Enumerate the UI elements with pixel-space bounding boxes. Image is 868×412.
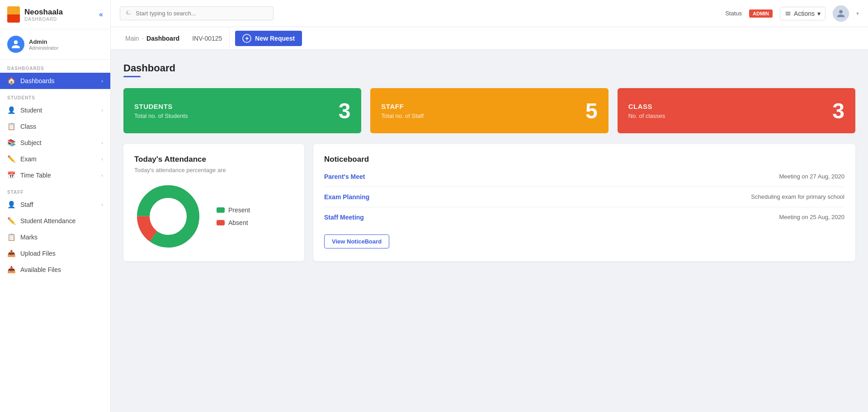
actions-button[interactable]: Actions ▾ xyxy=(780,7,826,20)
topbar-chevron-icon: ▾ xyxy=(856,10,859,17)
noticeboard-title: Noticeboard xyxy=(324,155,844,164)
sidebar: Neoshaala DASHBOARD « Admin Administrato… xyxy=(0,0,111,412)
sidebar-label-student: Student xyxy=(20,107,42,114)
chevron-right-icon: › xyxy=(101,108,103,113)
user-role: Administrator xyxy=(29,45,58,51)
present-dot xyxy=(217,207,225,213)
breadcrumb-main[interactable]: Main xyxy=(125,35,139,42)
sidebar-item-exam[interactable]: ✏️Exam› xyxy=(0,151,110,167)
breadcrumb-current: Dashboard xyxy=(146,35,179,42)
page-content: Dashboard STUDENTSTotal no. of Students3… xyxy=(111,50,868,412)
attendance-subtitle: Today's attendance percentage are xyxy=(134,167,293,173)
breadcrumb-separator: - xyxy=(142,35,144,42)
notice-row-1: Exam PlanningScheduling exam for primary… xyxy=(324,187,844,207)
sidebar-item-left-exam: ✏️Exam xyxy=(7,155,37,163)
sidebar-icon-marks: 📋 xyxy=(7,233,16,241)
search-icon xyxy=(126,9,132,17)
sidebar-item-staff[interactable]: 👤Staff› xyxy=(0,197,110,213)
sidebar-section-students: STUDENTS xyxy=(0,89,110,102)
stat-label-2: CLASS xyxy=(628,103,665,110)
stat-sublabel-2: No. of classes xyxy=(628,112,665,119)
sidebar-item-dashboards[interactable]: 🏠Dashboards› xyxy=(0,73,110,89)
notice-title-0: Parent's Meet xyxy=(324,173,387,180)
new-request-button[interactable]: + New Request xyxy=(235,31,302,46)
app-name: Neoshaala xyxy=(24,8,63,17)
sidebar-section-dashboards: DASHBOARDS xyxy=(0,60,110,73)
attendance-card: Today's Attendance Today's attendance pe… xyxy=(123,144,304,261)
stat-number-0: 3 xyxy=(339,98,351,123)
present-label: Present xyxy=(228,206,250,214)
sidebar-section-staff: STAFF xyxy=(0,183,110,197)
sidebar-icon-student-attendance: ✏️ xyxy=(7,217,16,225)
sidebar-label-available-files: Available Files xyxy=(20,266,61,273)
sidebar-icon-class: 📋 xyxy=(7,122,16,131)
chevron-right-icon: › xyxy=(101,156,103,162)
tab-invoice[interactable]: INV-00125 xyxy=(185,27,230,49)
sidebar-item-student[interactable]: 👤Student› xyxy=(0,102,110,118)
sidebar-item-left-upload-files: 📤Upload Files xyxy=(7,249,56,258)
sidebar-label-upload-files: Upload Files xyxy=(20,250,56,257)
bottom-cards: Today's Attendance Today's attendance pe… xyxy=(123,144,855,261)
avatar xyxy=(7,36,24,53)
new-request-label: New Request xyxy=(255,35,295,42)
sidebar-item-marks[interactable]: 📋Marks xyxy=(0,229,110,245)
chevron-right-icon: › xyxy=(101,78,103,84)
topbar-right: Status ADMIN Actions ▾ ▾ xyxy=(725,5,859,22)
topbar: Status ADMIN Actions ▾ ▾ xyxy=(111,0,868,27)
sidebar-item-left-available-files: 📥Available Files xyxy=(7,266,61,274)
notice-title-2: Staff Meeting xyxy=(324,214,387,221)
page-title: Dashboard xyxy=(123,62,855,74)
tabsbar: Main - Dashboard INV-00125 + New Request xyxy=(111,27,868,50)
sidebar-logo: Neoshaala DASHBOARD « xyxy=(0,0,110,29)
sidebar-item-subject[interactable]: 📚Subject› xyxy=(0,135,110,151)
sidebar-label-subject: Subject xyxy=(20,139,42,146)
sidebar-item-left-timetable: 📅Time Table xyxy=(7,171,51,179)
chevron-right-icon: › xyxy=(101,140,103,145)
sidebar-item-class[interactable]: 📋Class xyxy=(0,118,110,135)
sidebar-label-student-attendance: Student Attendance xyxy=(20,217,75,225)
actions-chevron-icon: ▾ xyxy=(817,10,821,17)
collapse-button[interactable]: « xyxy=(99,10,103,19)
main-area: Status ADMIN Actions ▾ ▾ Main - Dashboar… xyxy=(111,0,868,412)
sidebar-icon-upload-files: 📤 xyxy=(7,249,16,258)
legend-absent: Absent xyxy=(217,219,250,226)
breadcrumb: Main - Dashboard xyxy=(120,35,185,42)
stat-card-students: STUDENTSTotal no. of Students3 xyxy=(123,88,361,133)
donut-chart xyxy=(134,183,202,250)
sidebar-label-timetable: Time Table xyxy=(20,172,51,179)
notice-text-0: Meeting on 27 Aug, 2020 xyxy=(779,173,844,180)
notice-row-2: Staff MeetingMeeting on 25 Aug, 2020 xyxy=(324,207,844,227)
plus-circle-icon: + xyxy=(242,34,251,43)
sidebar-icon-dashboards: 🏠 xyxy=(7,77,16,85)
sidebar-item-upload-files[interactable]: 📤Upload Files xyxy=(0,245,110,262)
admin-badge: ADMIN xyxy=(749,9,773,18)
stat-number-1: 5 xyxy=(585,98,598,123)
search-input[interactable] xyxy=(136,10,268,17)
sidebar-item-left-class: 📋Class xyxy=(7,122,36,131)
sidebar-icon-available-files: 📥 xyxy=(7,266,16,274)
sidebar-icon-timetable: 📅 xyxy=(7,171,16,179)
attendance-title: Today's Attendance xyxy=(134,155,293,164)
sidebar-item-timetable[interactable]: 📅Time Table› xyxy=(0,167,110,183)
sidebar-item-left-student: 👤Student xyxy=(7,106,42,114)
sidebar-icon-exam: ✏️ xyxy=(7,155,16,163)
logo-icon xyxy=(7,6,20,23)
sidebar-item-available-files[interactable]: 📥Available Files xyxy=(0,262,110,278)
sidebar-item-student-attendance[interactable]: ✏️Student Attendance xyxy=(0,213,110,229)
view-noticeboard-button[interactable]: View NoticeBoard xyxy=(324,234,389,248)
topbar-avatar[interactable] xyxy=(833,5,849,22)
noticeboard-card: Noticeboard Parent's MeetMeeting on 27 A… xyxy=(313,144,855,261)
tab-invoice-label: INV-00125 xyxy=(192,35,222,42)
stat-label-0: STUDENTS xyxy=(134,103,188,110)
stat-cards: STUDENTSTotal no. of Students3STAFFTotal… xyxy=(123,88,855,133)
stat-sublabel-0: Total no. of Students xyxy=(134,112,188,119)
search-box[interactable] xyxy=(120,6,274,20)
sidebar-icon-subject: 📚 xyxy=(7,139,16,147)
notices-list: Parent's MeetMeeting on 27 Aug, 2020Exam… xyxy=(324,167,844,227)
notice-title-1: Exam Planning xyxy=(324,193,387,201)
stat-label-1: STAFF xyxy=(381,103,424,110)
sidebar-label-class: Class xyxy=(20,123,36,130)
sidebar-label-staff: Staff xyxy=(20,201,33,208)
stat-sublabel-1: Total no. of Staff xyxy=(381,112,424,119)
sidebar-icon-staff: 👤 xyxy=(7,201,16,209)
